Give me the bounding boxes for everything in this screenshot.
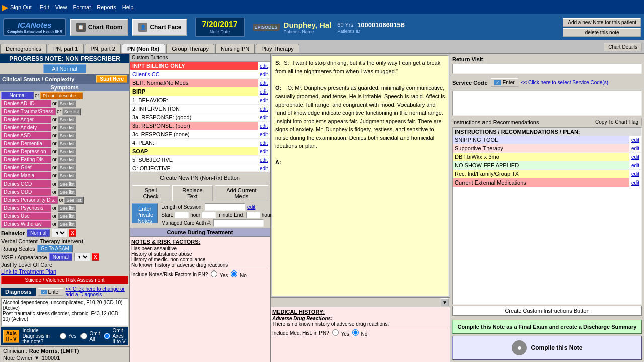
edit-plan[interactable]: edit xyxy=(258,140,270,146)
menu-edit[interactable]: Edit xyxy=(40,4,49,10)
managed-care-input[interactable] xyxy=(213,219,264,227)
see-list-dementia[interactable]: See list xyxy=(58,140,77,147)
symptom-denies-personality[interactable]: Denies Personality Dis. or See list xyxy=(1,196,128,204)
copy-to-chart-flag-btn[interactable]: Copy To Chart Flag xyxy=(592,118,642,126)
menu-reports[interactable]: Reports xyxy=(97,4,116,10)
symptom-denies-depression[interactable]: Denies Depression or See list xyxy=(1,148,128,155)
behavior-normal-btn[interactable]: Normal xyxy=(27,229,50,237)
instr-snipping[interactable]: SNIPPING TOOL edit xyxy=(453,136,641,144)
edit-response-good[interactable]: edit xyxy=(258,114,270,121)
symptom-denies-use[interactable]: Denies Use or See list xyxy=(1,212,128,220)
instr-current-ext[interactable]: Current External Medications edit xyxy=(453,178,641,187)
chart-room-btn[interactable]: 📋 Chart Room xyxy=(70,19,129,36)
symptom-denies-mania[interactable]: Denies Mania or See list xyxy=(1,172,128,179)
tab-group-therapy[interactable]: Group Therapy xyxy=(166,44,214,53)
see-list-odd[interactable]: See list xyxy=(58,189,77,196)
custom-btn-soap[interactable]: SOAP edit xyxy=(130,147,270,156)
see-list-use[interactable]: See list xyxy=(58,213,77,220)
see-list-psychosis[interactable]: See list xyxy=(58,205,77,212)
menu-help[interactable]: Help xyxy=(122,4,134,10)
session-length-input[interactable] xyxy=(205,203,245,211)
see-list-anger[interactable]: See list xyxy=(58,116,77,123)
instr-rec-ind[interactable]: Rec. Ind/Family/Group TX edit xyxy=(453,170,641,178)
chart-details-btn[interactable]: Chart Details xyxy=(604,43,642,51)
start-time-input[interactable] xyxy=(175,212,189,218)
start-minute-input[interactable] xyxy=(202,212,216,218)
chart-face-btn[interactable]: 👤 Chart Face xyxy=(132,19,187,36)
see-list-anxiety[interactable]: See list xyxy=(58,124,77,131)
edit-snipping[interactable]: edit xyxy=(629,137,641,143)
yes-radio-label[interactable]: Yes xyxy=(59,333,76,339)
symptom-denies-eating[interactable]: Denies Eating Dis. or See list xyxy=(1,156,128,163)
see-list-adhd[interactable]: See list xyxy=(58,100,77,107)
go-to-asam-btn[interactable]: Go To ASAM xyxy=(37,245,73,252)
custom-btn-beh[interactable]: BEH: Normal/No Meds edit xyxy=(130,79,270,87)
tab-nursing-pn[interactable]: Nursing PN xyxy=(215,44,255,53)
edit-cc[interactable]: edit xyxy=(258,71,270,78)
edit-objective[interactable]: edit xyxy=(258,165,270,172)
tab-pn-part2[interactable]: PN, part 2 xyxy=(85,44,121,53)
inc-notes-no[interactable] xyxy=(231,270,237,277)
edit-response-poor[interactable]: edit xyxy=(258,123,270,129)
custom-btn-birp[interactable]: BIRP edit xyxy=(130,87,270,96)
mse-x-btn[interactable]: X xyxy=(92,253,99,261)
edit-inpt[interactable]: edit xyxy=(258,63,270,69)
edit-subjective[interactable]: edit xyxy=(258,157,270,163)
edit-no-show[interactable]: edit xyxy=(629,162,641,169)
custom-btn-plan[interactable]: 4. PLAN: edit xyxy=(130,139,270,147)
behavior-x-btn[interactable]: X xyxy=(69,229,76,237)
see-list-withdraw[interactable]: See list xyxy=(58,221,77,228)
instr-no-show[interactable]: NO SHOW FEE APPLIED edit xyxy=(453,161,641,170)
edit-intervention[interactable]: edit xyxy=(258,106,270,112)
custom-btn-response-poor[interactable]: 3b. RESPONSE: (poor) edit xyxy=(130,122,270,130)
edit-current-ext[interactable]: edit xyxy=(629,179,641,186)
custom-btn-objective[interactable]: O: OBJECTIVE edit xyxy=(130,164,270,172)
symptom-denies-trauma[interactable]: Denies Trauma/Stress or See list xyxy=(1,108,128,115)
symptom-denies-psychosis[interactable]: Denies Psychosis or See list xyxy=(1,204,128,212)
end-time-input[interactable] xyxy=(246,212,260,218)
mse-normal-btn[interactable]: Normal xyxy=(49,253,72,261)
yes-radio[interactable] xyxy=(60,333,66,339)
tab-demographics[interactable]: Demographics xyxy=(0,44,47,53)
inc-med-yes[interactable] xyxy=(332,329,339,336)
scrollbar-indicator[interactable]: ▼ xyxy=(441,298,449,306)
edit-beh[interactable]: edit xyxy=(258,80,270,86)
replace-text-btn[interactable]: Replace Text xyxy=(172,185,213,201)
edit-session-btn[interactable]: edit xyxy=(247,204,255,210)
delete-note-btn[interactable]: delete this note xyxy=(563,28,641,37)
omit-all-radio-label[interactable]: Omit All xyxy=(79,331,100,342)
edit-birp[interactable]: edit xyxy=(258,88,270,95)
edit-dbt[interactable]: edit xyxy=(629,154,641,160)
create-custom-instructions-btn[interactable]: Create Custom Instructions Button xyxy=(452,306,642,316)
symptom-denies-grief[interactable]: Denies Grief or See list xyxy=(1,164,128,171)
omit-axes-radio[interactable] xyxy=(104,333,110,339)
see-list-grief[interactable]: See list xyxy=(58,164,77,171)
suicide-risk-btn[interactable]: Suicide / Violence Risk Assessment xyxy=(1,276,128,284)
all-normal-btn[interactable]: All Normal xyxy=(43,64,86,73)
custom-btn-behavior[interactable]: 1. BEHAVIOR: edit xyxy=(130,96,270,105)
omit-all-radio[interactable] xyxy=(80,333,87,339)
symptom-denies-anxiety[interactable]: Denies Anxiety or See list xyxy=(1,124,128,131)
mse-select[interactable]: ▼ xyxy=(74,253,90,261)
custom-btn-response-good[interactable]: 3a. RESPONSE: (good) edit xyxy=(130,113,270,122)
omit-axes-radio-label[interactable]: Omit Axes II to V xyxy=(103,328,126,344)
add-current-meds-btn[interactable]: Add Current Meds xyxy=(215,185,268,201)
custom-btn-subjective[interactable]: 5: SUBJECTIVE edit xyxy=(130,156,270,164)
select-service-link[interactable]: << Click here to select Service Code(s) xyxy=(521,80,608,85)
instr-supportive[interactable]: Supportive Therapy edit xyxy=(453,144,641,153)
edit-soap[interactable]: edit xyxy=(258,148,270,155)
normal-symptom-btn[interactable]: Normal xyxy=(1,92,34,99)
compile-note-btn[interactable]: ● Compile this Note xyxy=(452,336,642,360)
spell-check-btn[interactable]: Spell Check xyxy=(132,185,170,201)
symptom-denies-odd[interactable]: Denies ODD or See list xyxy=(1,188,128,196)
start-here-btn[interactable]: Start Here xyxy=(96,75,127,83)
symptom-denies-dementia[interactable]: Denies Dementia or See list xyxy=(1,140,128,147)
note-owner-label[interactable]: Note Owner ▼ xyxy=(3,355,40,361)
compile-discharge-btn[interactable]: Compile this Note as a Final Exam and cr… xyxy=(452,320,642,334)
see-list-ocd[interactable]: See list xyxy=(58,180,77,188)
tab-pn-part1[interactable]: PN, part 1 xyxy=(48,44,84,53)
custom-btn-cc[interactable]: Client's CC edit xyxy=(130,70,270,79)
see-list-mania[interactable]: See list xyxy=(58,172,77,179)
note-textarea[interactable]: S: S: "I want to stop drinking, but it's… xyxy=(272,55,449,296)
symptom-denies-ocd[interactable]: Denies OCD or See list xyxy=(1,180,128,188)
